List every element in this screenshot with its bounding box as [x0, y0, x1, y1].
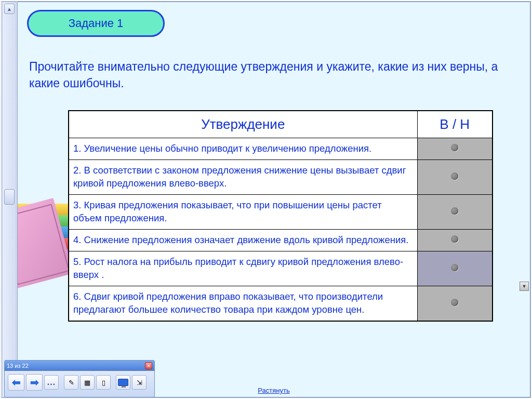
radio-icon[interactable] — [451, 144, 458, 151]
statement-cell: 2. В соответствии с законом предложения … — [69, 159, 417, 194]
pen-icon: ✎ — [69, 379, 74, 387]
radio-icon[interactable] — [451, 207, 458, 215]
nav-body: ⬅ ➡ ... ✎ ▦ ▯ ⇲ — [5, 371, 154, 394]
statement-cell: 5. Рост налога на прибыль приводит к сдв… — [69, 251, 417, 286]
scroll-up-button[interactable]: ▲ — [4, 4, 15, 14]
scroll-thumb[interactable] — [4, 189, 15, 205]
table-row: 6. Сдвиг кривой предложения вправо показ… — [69, 286, 493, 321]
pen-tool-button[interactable]: ✎ — [64, 375, 78, 390]
slideshow-nav-toolbar: 13 из 22 × ⬅ ➡ ... ✎ ▦ ▯ ⇲ — [4, 360, 155, 397]
answer-cell[interactable] — [417, 251, 493, 286]
table-row: 2. В соответствии с законом предложения … — [69, 159, 493, 194]
radio-icon[interactable] — [451, 299, 458, 306]
dots-icon: ... — [47, 378, 56, 387]
answer-cell[interactable] — [417, 194, 493, 229]
answer-cell[interactable] — [417, 138, 493, 160]
col-statement-header: Утверждение — [69, 111, 417, 138]
books-decoration — [17, 205, 75, 381]
table-row: 5. Рост налога на прибыль приводит к сдв… — [69, 251, 493, 286]
inner-scroll-down-button[interactable]: ▼ — [520, 282, 529, 291]
statement-cell: 4. Снижение предложения означает движени… — [69, 229, 417, 251]
col-vh-header: В / Н — [417, 111, 493, 138]
annotations-button[interactable]: ▯ — [96, 375, 111, 390]
statements-table: Утверждение В / Н 1. Увеличение цены обы… — [68, 110, 493, 322]
radio-icon[interactable] — [451, 235, 458, 243]
prev-slide-button[interactable]: ⬅ — [8, 374, 24, 391]
note-icon: ▯ — [102, 379, 105, 387]
next-slide-button[interactable]: ➡ — [26, 374, 43, 391]
exit-icon: ⇲ — [137, 379, 142, 387]
table-row: 3. Кривая предложения показывает, что пр… — [69, 194, 493, 229]
display-button[interactable] — [116, 375, 130, 390]
arrow-left-icon: ⬅ — [12, 376, 21, 389]
exit-show-button[interactable]: ⇲ — [132, 375, 147, 390]
radio-icon[interactable] — [451, 172, 458, 180]
nav-titlebar[interactable]: 13 из 22 × — [5, 361, 154, 371]
statement-cell: 1. Увеличение цены обычно приводит к уве… — [69, 138, 417, 160]
radio-icon[interactable] — [451, 264, 458, 271]
statement-cell: 3. Кривая предложения показывает, что пр… — [69, 194, 417, 229]
answer-cell[interactable] — [417, 229, 493, 251]
answer-cell[interactable] — [417, 286, 493, 321]
left-scrollbar[interactable]: ▲ ▼ — [2, 2, 17, 397]
instruction-text: Прочитайте внимательно следующие утвержд… — [29, 58, 517, 91]
grid-icon: ▦ — [84, 379, 90, 387]
statement-cell: 6. Сдвиг кривой предложения вправо показ… — [69, 286, 417, 321]
answer-cell[interactable] — [417, 159, 493, 194]
table-row: 1. Увеличение цены обычно приводит к уве… — [69, 138, 493, 160]
slide-sorter-button[interactable]: ▦ — [80, 375, 95, 390]
arrow-right-icon: ➡ — [30, 376, 39, 389]
slide-area: Задание 1 Прочитайте внимательно следующ… — [17, 2, 530, 397]
close-icon[interactable]: × — [145, 362, 152, 369]
slide-counter: 13 из 22 — [7, 363, 29, 369]
task-badge-label: Задание 1 — [69, 17, 124, 30]
task-badge: Задание 1 — [27, 10, 165, 37]
slide-menu-button[interactable]: ... — [44, 375, 59, 390]
stretch-link[interactable]: Растянуть — [258, 387, 289, 394]
monitor-icon — [118, 379, 128, 386]
table-row: 4. Снижение предложения означает движени… — [69, 229, 493, 251]
